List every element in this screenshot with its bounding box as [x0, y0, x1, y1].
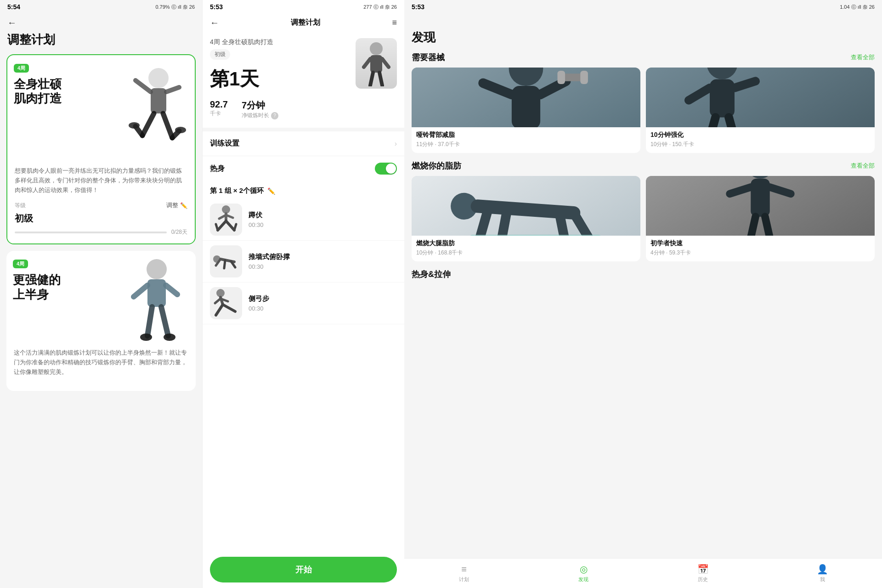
day-title: 第1天	[210, 66, 356, 92]
svg-rect-11	[147, 279, 166, 307]
plan-description-1: 想要肌肉令人眼前一亮并练出无可比拟的力量感吗？我们的锻炼多样化且高效，专门针对你…	[15, 166, 187, 195]
exercise-time-2: 00:30	[249, 305, 397, 312]
plan-title-2: 更强健的 上半身	[13, 273, 104, 301]
level-value-1: 初级	[15, 212, 187, 225]
exercise-item-2[interactable]: 侧弓步 00:30	[203, 283, 404, 324]
exercise-name-2: 侧弓步	[249, 294, 397, 303]
nav-history-icon: 📅	[697, 564, 709, 575]
plan-description-2: 这个活力满满的肌肉锻炼计划可以让你的上半身焕然一新！就让专门为你准备的动作和精确…	[14, 348, 188, 377]
wc-title-0-1: 10分钟强化	[650, 131, 870, 139]
duration-value: 7分钟	[242, 99, 278, 112]
panel-workout-detail: 5:53 277 ⓒ ıll 奈 26 ← 调整计划 ≡ 4周 全身壮硕肌肉打造…	[202, 0, 404, 588]
beginner-img	[646, 176, 875, 236]
exercise-name-1: 推墙式俯卧撑	[249, 253, 397, 261]
svg-rect-68	[469, 235, 603, 236]
filter-icon-2[interactable]: ≡	[392, 18, 397, 28]
wc-meta-1-0: 10分钟 · 168.8千卡	[416, 249, 636, 257]
section-header-1: 燃烧你的脂肪 查看全部	[412, 160, 875, 171]
stats-row: 92.7 千卡 7分钟 净锻炼时长 ?	[210, 99, 356, 119]
svg-line-3	[166, 87, 179, 92]
nav-spacer-3	[404, 14, 882, 28]
nav-item-plan[interactable]: ≡ 计划	[404, 559, 524, 588]
plan-subtitle: 4周 全身壮硕肌肉打造	[210, 38, 356, 46]
exercise-item-1[interactable]: 推墙式俯卧撑 00:30	[203, 241, 404, 283]
view-all-0[interactable]: 查看全部	[851, 53, 875, 62]
nav-me-label: 我	[820, 576, 825, 583]
section-warmup: 热身&拉伸	[404, 269, 882, 280]
workout-card-0-0[interactable]: 哑铃臂部减脂 11分钟 · 37.0千卡	[412, 68, 640, 153]
wc-title-0-0: 哑铃臂部减脂	[416, 131, 636, 139]
section-title-1: 燃烧你的脂肪	[412, 160, 461, 171]
card-row-1: 燃烧大腿脂肪 10分钟 · 168.8千卡	[412, 176, 875, 261]
edit-icon[interactable]: ✏️	[267, 187, 275, 195]
nav-item-history[interactable]: 📅 历史	[643, 559, 763, 588]
stat-duration: 7分钟 净锻炼时长 ?	[242, 99, 278, 119]
plan-card-1[interactable]: 4周 全身壮硕 肌肉打造 想要肌肉令人眼前一亮并练出无可比拟的力量感吗？我们的锻…	[6, 54, 196, 244]
time-3: 5:53	[412, 3, 424, 11]
svg-line-20	[364, 59, 370, 67]
warmup-toggle[interactable]	[375, 163, 397, 175]
svg-line-65	[502, 211, 507, 236]
svg-point-17	[164, 334, 175, 341]
discover-title: 发现	[404, 28, 882, 52]
plan-card-inner-1: 4周 全身壮硕 肌肉打造	[7, 55, 195, 161]
nav-discover-label: 发现	[578, 576, 588, 583]
panel-discover: 5:53 1.04 ⓒ ıll 奈 26 发现 需要器械 查看全部	[404, 0, 882, 588]
workout-card-1-0[interactable]: 燃烧大腿脂肪 10分钟 · 168.8千卡	[412, 176, 640, 261]
start-btn-container: 开始	[203, 551, 404, 588]
back-button-2[interactable]: ←	[210, 17, 219, 28]
svg-rect-50	[557, 71, 565, 84]
nav-item-discover[interactable]: ◎ 发现	[524, 559, 643, 588]
panel-2-header: ← 调整计划 ≡	[203, 14, 404, 32]
wc-meta-1-1: 4分钟 · 59.3千卡	[650, 249, 870, 257]
wc-title-1-1: 初学者快速	[650, 239, 870, 248]
squat-figure	[212, 205, 240, 235]
status-icons-1: 0.79% ⓒ ıll 奈 26	[155, 4, 195, 11]
workout-card-1-1[interactable]: 初学者快速 4分钟 · 59.3千卡	[646, 176, 875, 261]
section-fat-burn: 燃烧你的脂肪 查看全部	[404, 160, 882, 261]
wc-meta-0-1: 10分钟 · 150.千卡	[650, 141, 870, 148]
workout-card-label-0-1: 10分钟强化 10分钟 · 150.千卡	[646, 127, 875, 153]
svg-line-23	[379, 73, 382, 85]
chevron-right-icon: ›	[395, 140, 397, 148]
training-settings-row[interactable]: 训练设置 ›	[203, 131, 404, 156]
exercise-info-0: 蹲伏 00:30	[249, 211, 397, 228]
svg-point-8	[129, 122, 140, 129]
start-button[interactable]: 开始	[210, 557, 397, 582]
panel-plan-list: 5:54 0.79% ⓒ ıll 奈 26 ← 调整计划	[0, 0, 202, 588]
plan-title-1: 全身壮硕 肌肉打造	[14, 77, 104, 106]
svg-rect-56	[710, 79, 735, 118]
progress-bar-bg-1	[15, 232, 167, 233]
week-badge-2: 4周	[13, 260, 28, 268]
toggle-knob	[386, 164, 396, 174]
status-bar-1: 5:54 0.79% ⓒ ıll 奈 26	[0, 0, 202, 14]
plan-card-2[interactable]: 4周 更强健的 上半身 这个活力满满的肌肉锻炼计划可以让你的上半身焕然一新！就让…	[6, 251, 196, 390]
exercise-thumb-0	[210, 204, 242, 236]
adjust-button-1[interactable]: 调整 ✏️	[166, 201, 187, 209]
exercise-item-0[interactable]: 蹲伏 00:30	[203, 199, 404, 241]
progress-text-1: 0/28天	[171, 228, 187, 236]
group-header: 第 1 组 × 2个循环 ✏️	[203, 181, 404, 199]
svg-line-40	[223, 305, 235, 311]
view-all-1[interactable]: 查看全部	[851, 162, 875, 170]
settings-label: 训练设置	[210, 139, 239, 148]
nav-item-me[interactable]: 👤 我	[763, 559, 882, 588]
section-divider-1	[203, 128, 404, 131]
status-bar-3: 5:53 1.04 ⓒ ıll 奈 26	[404, 0, 882, 14]
workout-card-0-1[interactable]: 10分钟强化 10分钟 · 150.千卡	[646, 68, 875, 153]
plan-card-bottom-1: 想要肌肉令人眼前一亮并练出无可比拟的力量感吗？我们的锻炼多样化且高效，专门针对你…	[7, 161, 195, 243]
time-1: 5:54	[7, 3, 20, 11]
svg-line-15	[161, 307, 168, 336]
warmup-row: 热身	[203, 156, 404, 181]
wc-meta-0-0: 11分钟 · 37.0千卡	[416, 141, 636, 148]
back-button-1[interactable]: ←	[7, 17, 17, 28]
time-2: 5:53	[210, 3, 223, 11]
week-badge-1: 4周	[14, 64, 29, 73]
svg-line-6	[163, 113, 172, 138]
svg-line-39	[216, 305, 223, 315]
svg-line-21	[382, 59, 389, 67]
svg-line-2	[136, 80, 151, 92]
nav-plan-icon: ≡	[461, 564, 467, 575]
workout-card-label-1-1: 初学者快速 4分钟 · 59.3千卡	[646, 236, 875, 261]
svg-line-27	[226, 221, 234, 230]
